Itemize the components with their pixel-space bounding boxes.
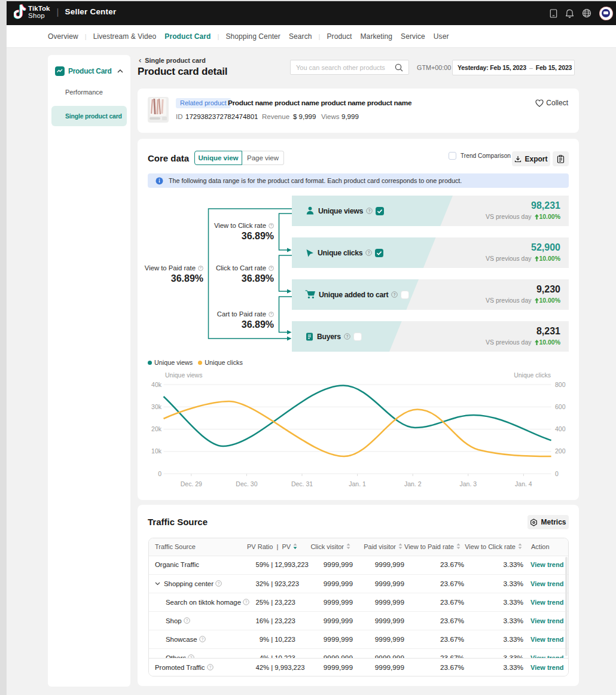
svg-text:?: ? xyxy=(270,266,272,270)
svg-text:Unique clicks: Unique clicks xyxy=(514,371,551,379)
svg-text:?: ? xyxy=(200,266,202,270)
svg-text:Jan. 3: Jan. 3 xyxy=(459,480,477,487)
svg-text:800: 800 xyxy=(555,381,566,388)
svg-text:600: 600 xyxy=(555,403,566,410)
svg-text:Jan. 2: Jan. 2 xyxy=(404,480,422,487)
svg-text:10k: 10k xyxy=(151,447,162,455)
svg-text:Jan. 4: Jan. 4 xyxy=(515,480,532,487)
svg-text:?: ? xyxy=(186,618,188,623)
svg-text:Dec. 30: Dec. 30 xyxy=(236,480,257,487)
svg-text:?: ? xyxy=(201,637,203,641)
svg-text:?: ? xyxy=(209,665,211,669)
svg-text:40k: 40k xyxy=(151,381,162,388)
svg-text:?: ? xyxy=(218,581,220,586)
svg-text:400: 400 xyxy=(555,425,566,432)
svg-text:20k: 20k xyxy=(151,425,162,432)
svg-text:Dec. 31: Dec. 31 xyxy=(291,480,313,487)
svg-text:Dec. 29: Dec. 29 xyxy=(181,480,202,487)
svg-text:Unique views: Unique views xyxy=(165,371,202,379)
svg-text:?: ? xyxy=(368,251,370,255)
svg-text:Jan. 1: Jan. 1 xyxy=(349,480,366,487)
svg-text:?: ? xyxy=(270,312,272,316)
svg-text:0: 0 xyxy=(555,470,559,477)
svg-text:0: 0 xyxy=(158,470,161,477)
svg-text:?: ? xyxy=(245,600,248,604)
svg-text:30k: 30k xyxy=(151,403,162,410)
svg-text:?: ? xyxy=(346,334,349,339)
svg-text:?: ? xyxy=(394,292,396,297)
svg-text:?: ? xyxy=(368,209,371,213)
svg-text:?: ? xyxy=(270,224,272,227)
svg-text:200: 200 xyxy=(555,447,566,455)
